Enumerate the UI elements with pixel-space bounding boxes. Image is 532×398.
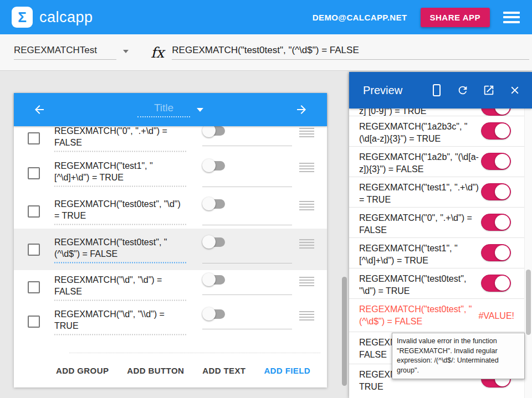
field-label[interactable]: REGEXMATCH("test0test", "(^\d$") = FALSE: [54, 236, 186, 263]
row-checkbox[interactable]: [28, 281, 40, 293]
page-scrollbar-thumb[interactable]: [342, 277, 347, 386]
field-label[interactable]: REGEXMATCH("\d", "\d") = FALSE: [54, 274, 186, 301]
preview-scrollbar-track[interactable]: [524, 108, 532, 398]
chevron-down-icon: [123, 50, 129, 53]
field-toggle[interactable]: [204, 161, 225, 170]
preview-row-label: REGEXMATCH("1a2b3c", "(\d[a-z]){3}") = T…: [359, 121, 480, 145]
screen-title-input[interactable]: Title: [137, 102, 190, 117]
screen-title-bar: Title: [14, 93, 327, 126]
formula-input[interactable]: REGEXMATCH("test0test", "(^\d$") = FALSE: [172, 45, 529, 60]
drag-handle-icon[interactable]: [299, 277, 314, 286]
open-in-new-icon[interactable]: [483, 84, 495, 96]
result-toggle-on[interactable]: [481, 214, 511, 231]
value-error-badge: #VALUE!: [478, 311, 514, 321]
field-toggle[interactable]: [204, 275, 225, 285]
field-selector[interactable]: REGEXMATCHTest: [14, 45, 129, 60]
arrow-forward-icon: [295, 103, 308, 116]
preview-title: Preview: [363, 84, 402, 97]
value-underline: [202, 294, 292, 295]
row-checkbox[interactable]: [28, 167, 40, 179]
drag-handle-icon[interactable]: [299, 201, 314, 210]
drag-handle-icon[interactable]: [299, 163, 314, 172]
row-checkbox[interactable]: [28, 244, 40, 256]
preview-row: REGEXMATCH("test1", "[^\d]+\d") = TRUE: [349, 238, 532, 268]
field-row: REGEXMATCH("test0test", "\d") = TRUE: [14, 193, 327, 230]
formula-bar: REGEXMATCHTest fx REGEXMATCH("test0test"…: [0, 34, 532, 71]
row-checkbox[interactable]: [28, 205, 40, 218]
previous-screen-button[interactable]: [33, 103, 46, 116]
field-label[interactable]: REGEXMATCH("\d", "\\d") = TRUE: [54, 308, 186, 335]
value-underline: [202, 329, 292, 329]
error-tooltip: Invalid value error in the function "REG…: [392, 333, 525, 379]
add-group-button[interactable]: ADD GROUP: [56, 366, 109, 375]
close-icon[interactable]: [509, 84, 521, 96]
preview-row-label: REGEXMATCH("1a2b", "(\d[a-z]){3}") = FAL…: [359, 151, 480, 175]
preview-row-label: REGEXMATCH("test1", ".+\d") = TRUE: [359, 182, 480, 206]
field-row: REGEXMATCH("\d", "\\d") = TRUE: [14, 304, 327, 339]
drag-handle-icon[interactable]: [299, 239, 314, 249]
drag-handle-icon[interactable]: [299, 311, 314, 321]
add-field-button[interactable]: ADD FIELD: [264, 366, 310, 375]
preview-row-label: REGEXMATCH("test0test", "(^\d$") = FALSE: [359, 303, 480, 328]
field-toggle[interactable]: [204, 309, 225, 319]
fx-icon: fx: [151, 44, 164, 61]
field-row: REGEXMATCH("\d", "\d") = FALSE: [14, 271, 327, 303]
refresh-icon[interactable]: [457, 84, 469, 96]
result-toggle-on[interactable]: [481, 275, 511, 292]
field-toggle[interactable]: [204, 126, 225, 136]
field-label[interactable]: REGEXMATCH("0", ".+\d") = FALSE: [54, 125, 186, 152]
result-toggle-on[interactable]: [481, 244, 511, 261]
field-toggle[interactable]: [204, 199, 225, 209]
app-logo: Σ: [12, 7, 33, 28]
value-underline: [202, 187, 292, 187]
field-selector-value[interactable]: REGEXMATCHTest: [14, 45, 116, 60]
share-app-button[interactable]: SHARE APP: [421, 8, 490, 27]
field-row: REGEXMATCH("test1", "[^\d]+\d") = TRUE: [14, 154, 327, 193]
sigma-logo-icon: Σ: [18, 10, 27, 24]
drag-handle-icon[interactable]: [299, 128, 314, 137]
designer-footer: ADD GROUP ADD BUTTON ADD TEXT ADD FIELD: [14, 353, 327, 387]
app-bar: Σ calcapp DEMO@CALCAPP.NET SHARE APP: [0, 0, 532, 34]
result-toggle-on[interactable]: [481, 153, 511, 170]
preview-row-label: REGEXMATCH("test1", "[^\d]+\d") = TRUE: [359, 242, 480, 267]
field-label[interactable]: REGEXMATCH("test0test", "\d") = TRUE: [54, 198, 186, 225]
result-toggle-on[interactable]: [481, 122, 511, 139]
result-toggle-on[interactable]: [481, 108, 511, 116]
title-chevron-down-icon[interactable]: [197, 108, 203, 112]
value-underline: [202, 225, 292, 225]
preview-row-label: z] [0-9]") = TRUE: [359, 108, 480, 116]
field-label[interactable]: REGEXMATCH("test1", "[^\d]+\d") = TRUE: [54, 160, 186, 187]
preview-row: REGEXMATCH("1a2b3c", "(\d[a-z]){3}") = T…: [349, 116, 532, 147]
smartphone-icon[interactable]: [431, 84, 443, 96]
hamburger-menu-icon[interactable]: [503, 12, 520, 23]
preview-row-label: REGEXMATCH("0", ".+\d") = FALSE: [359, 212, 480, 236]
preview-row-partial: z] [0-9]") = TRUE: [349, 108, 532, 116]
field-row: REGEXMATCH("0", ".+\d") = FALSE: [14, 124, 327, 153]
field-row-selected: REGEXMATCH("test0test", "(^\d$") = FALSE: [14, 229, 327, 270]
preview-row: REGEXMATCH("test1", ".+\d") = TRUE: [349, 177, 532, 208]
preview-row: REGEXMATCH("1a2b", "(\d[a-z]){3}") = FAL…: [349, 147, 532, 177]
brand-name: calcapp: [39, 9, 93, 26]
value-underline: [202, 146, 292, 146]
account-email: DEMO@CALCAPP.NET: [313, 13, 407, 22]
preview-row: REGEXMATCH("test0test", "\d") = TRUE: [349, 268, 532, 299]
value-underline: [202, 263, 292, 263]
arrow-back-icon: [33, 103, 46, 116]
preview-row-error: REGEXMATCH("test0test", "(^\d$") = FALSE…: [349, 299, 532, 332]
preview-row-label: REGEXMATCH("test0test", "\d") = TRUE: [359, 273, 480, 297]
row-checkbox[interactable]: [28, 316, 40, 328]
preview-header: Preview: [349, 72, 532, 108]
field-toggle[interactable]: [204, 237, 225, 247]
preview-row: REGEXMATCH("0", ".+\d") = FALSE: [349, 208, 532, 238]
row-checkbox[interactable]: [28, 132, 40, 144]
add-text-button[interactable]: ADD TEXT: [202, 366, 245, 375]
designer-panel: Title REGEXMATCH("0", ".+\d") = FALSE RE…: [14, 93, 327, 387]
preview-scrollbar-thumb[interactable]: [526, 270, 531, 335]
result-toggle-on[interactable]: [481, 183, 511, 200]
add-button-button[interactable]: ADD BUTTON: [127, 366, 184, 375]
next-screen-button[interactable]: [295, 103, 308, 116]
